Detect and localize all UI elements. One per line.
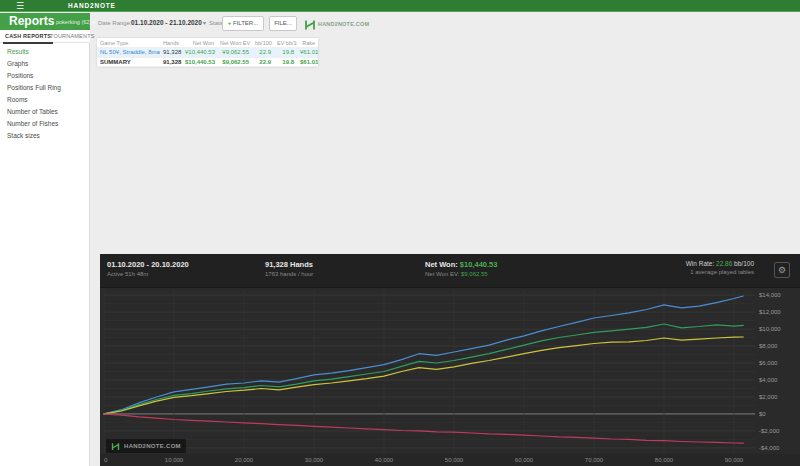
col-game-type[interactable]: Game Type	[97, 40, 160, 46]
net-won-ev-cell: $9,062.55	[217, 59, 252, 65]
svg-text:$6,000: $6,000	[759, 360, 778, 366]
sidebar-item-number-of-tables[interactable]: Number of Tables	[0, 106, 90, 118]
win-rate-value: 22.86	[716, 260, 732, 267]
tab-cash-reports[interactable]: CASH REPORTS	[5, 33, 51, 39]
net-won-ev-value: $9,062.55	[461, 271, 488, 277]
report-tabs: CASH REPORTS TOURNAMENTS	[0, 30, 90, 43]
sidebar-menu: Results Graphs Positions Positions Full …	[0, 46, 90, 142]
svg-text:$12,000: $12,000	[759, 309, 781, 315]
game-type-cell: SUMMARY	[97, 59, 160, 65]
sidebar-item-stack-sizes[interactable]: Stack sizes	[0, 130, 90, 142]
col-net-won-ev[interactable]: Net Won EV	[217, 40, 252, 46]
sidebar-item-positions[interactable]: Positions	[0, 70, 90, 82]
win-rate-unit: bb/100	[732, 260, 754, 267]
col-bb100[interactable]: bb/100	[252, 40, 274, 46]
filter-button[interactable]: + FILTER...	[222, 16, 264, 31]
game-type-cell: NL 50¥, Straddle, 8max	[97, 49, 160, 55]
svg-text:$8,000: $8,000	[759, 343, 778, 349]
net-won-ev-label: Net Won EV:	[425, 271, 461, 277]
top-bar: ☰ HAND2NOTE	[0, 0, 800, 12]
svg-text:40,000: 40,000	[375, 457, 394, 463]
report-table: Game Type Hands Net Won Net Won EV bb/10…	[97, 38, 318, 67]
svg-text:80,000: 80,000	[655, 457, 674, 463]
net-won-cell: ¥10,440.53	[182, 49, 217, 55]
net-won-value: $10,440.53	[460, 260, 498, 269]
date-range-value[interactable]: 01.10.2020 - 21.10.2020	[131, 19, 202, 26]
sidebar-header: Reports pokerking (62) ▾	[0, 13, 90, 30]
equity-graph-panel: 01.10.2020 - 20.10.2020 Active 51h 48m 9…	[100, 254, 800, 466]
svg-text:$0: $0	[759, 411, 766, 417]
sidebar-item-rooms[interactable]: Rooms	[0, 94, 90, 106]
svg-text:90,000: 90,000	[725, 457, 744, 463]
brand-link[interactable]: HAND2NOTE.COM	[318, 21, 369, 27]
svg-text:-$4,000: -$4,000	[759, 445, 780, 451]
svg-text:70,000: 70,000	[585, 457, 604, 463]
table-row[interactable]: NL 50¥, Straddle, 8max 91,328 ¥10,440.53…	[97, 48, 318, 58]
sidebar-item-results[interactable]: Results	[0, 46, 90, 58]
svg-text:10,000: 10,000	[165, 457, 184, 463]
sidebar-item-positions-full-ring[interactable]: Positions Full Ring	[0, 82, 90, 94]
col-rake[interactable]: Rake	[297, 40, 318, 46]
gear-icon[interactable]: ⚙	[774, 262, 790, 278]
graph-header: 01.10.2020 - 20.10.2020 Active 51h 48m 9…	[100, 254, 800, 288]
rake-cell: ¥61.01	[297, 49, 318, 55]
hands-cell: 91,328	[160, 49, 182, 55]
svg-text:$4,000: $4,000	[759, 377, 778, 383]
hands-cell: 91,328	[160, 59, 182, 65]
col-hands[interactable]: Hands	[160, 40, 182, 46]
plus-icon: +	[228, 20, 232, 26]
svg-text:$10,000: $10,000	[759, 326, 781, 332]
col-net-won[interactable]: Net Won	[182, 40, 217, 46]
account-dropdown[interactable]: pokerking (62) ▾	[56, 19, 95, 25]
sidebar: Reports pokerking (62) ▾ CASH REPORTS TO…	[0, 13, 90, 466]
sidebar-item-number-of-fishes[interactable]: Number of Fishes	[0, 118, 90, 130]
net-won-ev-cell: ¥9,062.55	[217, 49, 252, 55]
sidebar-item-graphs[interactable]: Graphs	[0, 58, 90, 70]
net-won-cell: $10,440.53	[182, 59, 217, 65]
hand2note-logo-icon	[111, 442, 120, 451]
graph-watermark: HAND2NOTE.COM	[106, 439, 186, 453]
chevron-down-icon[interactable]: ▾	[203, 19, 206, 26]
graph-hands-per-hour: 1763 hands / hour	[265, 271, 313, 277]
page-title: Reports	[9, 14, 54, 28]
svg-text:60,000: 60,000	[515, 457, 534, 463]
toolbar: Date Range: 01.10.2020 - 21.10.2020 ▾ St…	[91, 13, 800, 35]
svg-text:-$2,000: -$2,000	[759, 428, 780, 434]
graph-active-time: Active 51h 48m	[107, 271, 189, 277]
app-title: HAND2NOTE	[68, 2, 116, 9]
file-button[interactable]: FILE...	[269, 16, 297, 31]
bb100-cell: 22.9	[252, 59, 274, 65]
svg-text:$14,000: $14,000	[759, 292, 781, 298]
hamburger-icon[interactable]: ☰	[16, 1, 24, 11]
col-ev-bb100[interactable]: EV bb/100	[274, 40, 297, 46]
tab-tournaments[interactable]: TOURNAMENTS	[50, 33, 95, 39]
graph-date-range: 01.10.2020 - 20.10.2020	[107, 260, 189, 269]
table-row-summary[interactable]: SUMMARY 91,328 $10,440.53 $9,062.55 22.9…	[97, 58, 318, 68]
svg-text:50,000: 50,000	[445, 457, 464, 463]
rake-cell: $61.01	[297, 59, 318, 65]
svg-text:20,000: 20,000	[235, 457, 254, 463]
ev-bb100-cell: 19.8	[274, 59, 297, 65]
watermark-text: HAND2NOTE.COM	[124, 443, 181, 449]
net-won-label: Net Won:	[425, 260, 460, 269]
bb100-cell: 22.9	[252, 49, 274, 55]
table-header-row: Game Type Hands Net Won Net Won EV bb/10…	[97, 38, 318, 48]
graph-hands-count: 91,328 Hands	[265, 260, 313, 269]
hand2note-logo-icon[interactable]	[304, 17, 316, 29]
ev-bb100-cell: 19.8	[274, 49, 297, 55]
svg-text:$2,000: $2,000	[759, 394, 778, 400]
date-range-label: Date Range:	[98, 20, 132, 26]
avg-tables: 1 average played tables	[686, 269, 754, 275]
svg-text:30,000: 30,000	[305, 457, 324, 463]
win-rate-label: Win Rate:	[686, 260, 716, 267]
